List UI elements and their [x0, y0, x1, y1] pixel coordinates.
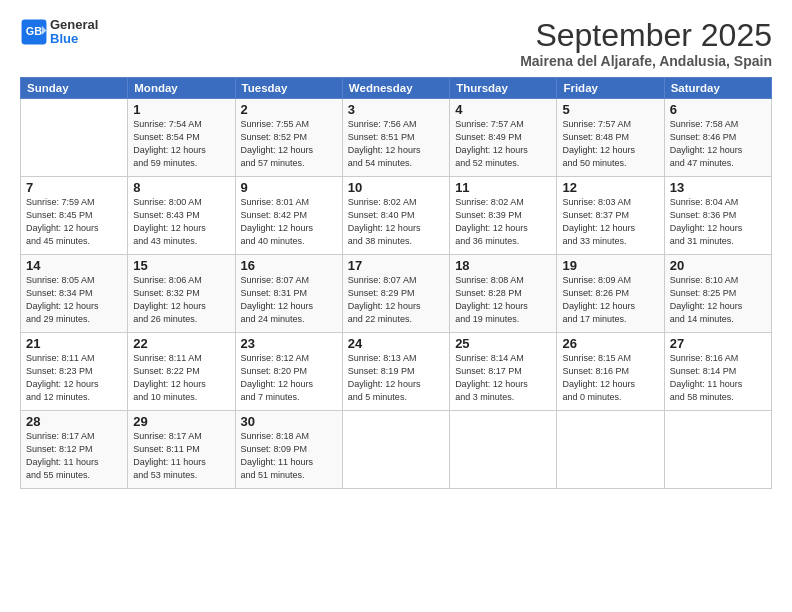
calendar-cell: 8Sunrise: 8:00 AM Sunset: 8:43 PM Daylig… — [128, 177, 235, 255]
day-number: 4 — [455, 102, 551, 117]
location-title: Mairena del Aljarafe, Andalusia, Spain — [520, 53, 772, 69]
day-number: 7 — [26, 180, 122, 195]
calendar-cell: 2Sunrise: 7:55 AM Sunset: 8:52 PM Daylig… — [235, 99, 342, 177]
calendar-cell: 9Sunrise: 8:01 AM Sunset: 8:42 PM Daylig… — [235, 177, 342, 255]
day-number: 29 — [133, 414, 229, 429]
day-number: 1 — [133, 102, 229, 117]
day-info: Sunrise: 7:55 AM Sunset: 8:52 PM Dayligh… — [241, 118, 337, 170]
day-info: Sunrise: 8:06 AM Sunset: 8:32 PM Dayligh… — [133, 274, 229, 326]
day-info: Sunrise: 8:07 AM Sunset: 8:29 PM Dayligh… — [348, 274, 444, 326]
day-info: Sunrise: 8:18 AM Sunset: 8:09 PM Dayligh… — [241, 430, 337, 482]
calendar-cell: 15Sunrise: 8:06 AM Sunset: 8:32 PM Dayli… — [128, 255, 235, 333]
calendar-cell: 28Sunrise: 8:17 AM Sunset: 8:12 PM Dayli… — [21, 411, 128, 489]
day-info: Sunrise: 8:16 AM Sunset: 8:14 PM Dayligh… — [670, 352, 766, 404]
day-info: Sunrise: 8:04 AM Sunset: 8:36 PM Dayligh… — [670, 196, 766, 248]
day-number: 20 — [670, 258, 766, 273]
calendar-cell — [450, 411, 557, 489]
day-info: Sunrise: 7:57 AM Sunset: 8:49 PM Dayligh… — [455, 118, 551, 170]
day-number: 12 — [562, 180, 658, 195]
day-info: Sunrise: 8:14 AM Sunset: 8:17 PM Dayligh… — [455, 352, 551, 404]
calendar-cell: 24Sunrise: 8:13 AM Sunset: 8:19 PM Dayli… — [342, 333, 449, 411]
svg-text:GB: GB — [26, 25, 42, 37]
calendar-cell: 27Sunrise: 8:16 AM Sunset: 8:14 PM Dayli… — [664, 333, 771, 411]
day-number: 15 — [133, 258, 229, 273]
calendar-cell: 7Sunrise: 7:59 AM Sunset: 8:45 PM Daylig… — [21, 177, 128, 255]
day-info: Sunrise: 8:11 AM Sunset: 8:22 PM Dayligh… — [133, 352, 229, 404]
calendar-cell: 20Sunrise: 8:10 AM Sunset: 8:25 PM Dayli… — [664, 255, 771, 333]
weekday-header-saturday: Saturday — [664, 78, 771, 99]
day-info: Sunrise: 8:08 AM Sunset: 8:28 PM Dayligh… — [455, 274, 551, 326]
day-number: 13 — [670, 180, 766, 195]
day-number: 11 — [455, 180, 551, 195]
day-info: Sunrise: 7:57 AM Sunset: 8:48 PM Dayligh… — [562, 118, 658, 170]
calendar-cell: 6Sunrise: 7:58 AM Sunset: 8:46 PM Daylig… — [664, 99, 771, 177]
day-number: 16 — [241, 258, 337, 273]
day-info: Sunrise: 7:58 AM Sunset: 8:46 PM Dayligh… — [670, 118, 766, 170]
day-number: 21 — [26, 336, 122, 351]
day-number: 5 — [562, 102, 658, 117]
day-number: 9 — [241, 180, 337, 195]
day-number: 24 — [348, 336, 444, 351]
day-number: 10 — [348, 180, 444, 195]
calendar-cell — [21, 99, 128, 177]
calendar-cell: 4Sunrise: 7:57 AM Sunset: 8:49 PM Daylig… — [450, 99, 557, 177]
weekday-header-wednesday: Wednesday — [342, 78, 449, 99]
day-number: 3 — [348, 102, 444, 117]
day-info: Sunrise: 8:01 AM Sunset: 8:42 PM Dayligh… — [241, 196, 337, 248]
calendar-cell: 23Sunrise: 8:12 AM Sunset: 8:20 PM Dayli… — [235, 333, 342, 411]
calendar-cell: 30Sunrise: 8:18 AM Sunset: 8:09 PM Dayli… — [235, 411, 342, 489]
calendar-cell — [557, 411, 664, 489]
calendar-cell: 16Sunrise: 8:07 AM Sunset: 8:31 PM Dayli… — [235, 255, 342, 333]
logo-blue: Blue — [50, 31, 78, 46]
calendar-cell: 11Sunrise: 8:02 AM Sunset: 8:39 PM Dayli… — [450, 177, 557, 255]
day-number: 14 — [26, 258, 122, 273]
day-info: Sunrise: 8:02 AM Sunset: 8:39 PM Dayligh… — [455, 196, 551, 248]
calendar-cell: 19Sunrise: 8:09 AM Sunset: 8:26 PM Dayli… — [557, 255, 664, 333]
calendar-cell: 3Sunrise: 7:56 AM Sunset: 8:51 PM Daylig… — [342, 99, 449, 177]
day-number: 27 — [670, 336, 766, 351]
day-info: Sunrise: 8:15 AM Sunset: 8:16 PM Dayligh… — [562, 352, 658, 404]
calendar-cell: 26Sunrise: 8:15 AM Sunset: 8:16 PM Dayli… — [557, 333, 664, 411]
calendar-table: SundayMondayTuesdayWednesdayThursdayFrid… — [20, 77, 772, 489]
day-info: Sunrise: 8:10 AM Sunset: 8:25 PM Dayligh… — [670, 274, 766, 326]
day-info: Sunrise: 8:00 AM Sunset: 8:43 PM Dayligh… — [133, 196, 229, 248]
weekday-header-friday: Friday — [557, 78, 664, 99]
day-info: Sunrise: 8:05 AM Sunset: 8:34 PM Dayligh… — [26, 274, 122, 326]
calendar-cell: 13Sunrise: 8:04 AM Sunset: 8:36 PM Dayli… — [664, 177, 771, 255]
calendar-cell: 29Sunrise: 8:17 AM Sunset: 8:11 PM Dayli… — [128, 411, 235, 489]
day-number: 26 — [562, 336, 658, 351]
logo-icon: GB — [20, 18, 48, 46]
calendar-cell — [342, 411, 449, 489]
calendar-cell: 1Sunrise: 7:54 AM Sunset: 8:54 PM Daylig… — [128, 99, 235, 177]
calendar-cell — [664, 411, 771, 489]
calendar-cell: 10Sunrise: 8:02 AM Sunset: 8:40 PM Dayli… — [342, 177, 449, 255]
logo-general: General — [50, 17, 98, 32]
month-title: September 2025 — [520, 18, 772, 53]
day-number: 25 — [455, 336, 551, 351]
day-info: Sunrise: 7:54 AM Sunset: 8:54 PM Dayligh… — [133, 118, 229, 170]
day-info: Sunrise: 7:59 AM Sunset: 8:45 PM Dayligh… — [26, 196, 122, 248]
day-number: 28 — [26, 414, 122, 429]
calendar-cell: 14Sunrise: 8:05 AM Sunset: 8:34 PM Dayli… — [21, 255, 128, 333]
day-info: Sunrise: 8:02 AM Sunset: 8:40 PM Dayligh… — [348, 196, 444, 248]
calendar-cell: 12Sunrise: 8:03 AM Sunset: 8:37 PM Dayli… — [557, 177, 664, 255]
day-info: Sunrise: 8:03 AM Sunset: 8:37 PM Dayligh… — [562, 196, 658, 248]
day-number: 22 — [133, 336, 229, 351]
day-info: Sunrise: 8:11 AM Sunset: 8:23 PM Dayligh… — [26, 352, 122, 404]
day-info: Sunrise: 8:13 AM Sunset: 8:19 PM Dayligh… — [348, 352, 444, 404]
calendar-cell: 18Sunrise: 8:08 AM Sunset: 8:28 PM Dayli… — [450, 255, 557, 333]
day-info: Sunrise: 8:09 AM Sunset: 8:26 PM Dayligh… — [562, 274, 658, 326]
calendar-cell: 22Sunrise: 8:11 AM Sunset: 8:22 PM Dayli… — [128, 333, 235, 411]
title-block: September 2025 Mairena del Aljarafe, And… — [520, 18, 772, 69]
day-info: Sunrise: 7:56 AM Sunset: 8:51 PM Dayligh… — [348, 118, 444, 170]
calendar-cell: 17Sunrise: 8:07 AM Sunset: 8:29 PM Dayli… — [342, 255, 449, 333]
day-info: Sunrise: 8:17 AM Sunset: 8:11 PM Dayligh… — [133, 430, 229, 482]
day-info: Sunrise: 8:17 AM Sunset: 8:12 PM Dayligh… — [26, 430, 122, 482]
day-number: 30 — [241, 414, 337, 429]
day-number: 8 — [133, 180, 229, 195]
calendar-cell: 25Sunrise: 8:14 AM Sunset: 8:17 PM Dayli… — [450, 333, 557, 411]
day-number: 23 — [241, 336, 337, 351]
day-number: 18 — [455, 258, 551, 273]
calendar-cell: 5Sunrise: 7:57 AM Sunset: 8:48 PM Daylig… — [557, 99, 664, 177]
logo: GB General Blue — [20, 18, 98, 47]
